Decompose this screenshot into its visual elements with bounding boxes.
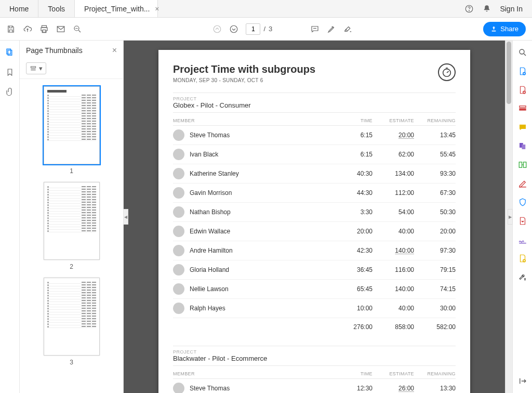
thumbnails-icon[interactable] bbox=[5, 48, 15, 57]
thumbnail[interactable]: 1 bbox=[44, 86, 100, 175]
share-button[interactable]: Share bbox=[483, 22, 526, 36]
avatar bbox=[173, 245, 184, 256]
thumbnail-image[interactable] bbox=[44, 278, 100, 356]
table-row: Ralph Hayes10:0040:0030:00 bbox=[173, 299, 456, 318]
avatar bbox=[173, 226, 184, 237]
sign-in-link[interactable]: Sign In bbox=[500, 5, 523, 13]
member-name: Nathan Bishop bbox=[190, 208, 231, 216]
mail-icon[interactable] bbox=[56, 24, 65, 34]
tab-home[interactable]: Home bbox=[0, 0, 38, 17]
thumbnail[interactable]: 3 bbox=[44, 278, 100, 366]
more-tools-icon[interactable] bbox=[518, 272, 527, 282]
thumbnails-title: Page Thumbnails bbox=[26, 46, 83, 55]
organize-icon[interactable] bbox=[518, 160, 527, 169]
bookmark-icon[interactable] bbox=[5, 68, 15, 77]
svg-point-23 bbox=[524, 280, 525, 281]
svg-rect-19 bbox=[519, 162, 522, 168]
page-up-icon[interactable] bbox=[212, 24, 222, 34]
thumbnail[interactable]: 2 bbox=[44, 182, 100, 270]
save-icon[interactable] bbox=[6, 24, 16, 34]
expand-rail-icon[interactable] bbox=[518, 376, 527, 386]
page-number-input[interactable] bbox=[246, 23, 260, 35]
attachment-icon[interactable] bbox=[5, 87, 15, 97]
search-tool-icon[interactable] bbox=[518, 48, 527, 57]
tab-document[interactable]: Project_Time_with... × bbox=[75, 0, 158, 17]
estimate-value: 140:00 bbox=[373, 280, 414, 299]
redact-icon[interactable] bbox=[518, 179, 527, 188]
col-time: TIME bbox=[331, 116, 373, 126]
time-value: 44:30 bbox=[331, 184, 373, 203]
member-name: Gavin Morrison bbox=[190, 189, 232, 197]
estimate-value: 134:00 bbox=[373, 164, 414, 184]
page-total: 3 bbox=[269, 25, 272, 33]
avatar bbox=[173, 149, 184, 160]
combine-icon[interactable] bbox=[518, 141, 527, 151]
total-time: 276:00 bbox=[331, 318, 373, 335]
remaining-value: 74:15 bbox=[414, 280, 456, 299]
table-row: Ivan Black6:1562:0055:45 bbox=[173, 145, 456, 164]
tab-tools[interactable]: Tools bbox=[38, 0, 75, 17]
thumbnail-image[interactable] bbox=[44, 86, 100, 164]
thumbnail-options-button[interactable]: ▾ bbox=[26, 62, 46, 74]
avatar bbox=[173, 206, 184, 218]
export-pdf-icon[interactable] bbox=[518, 67, 527, 76]
comment-icon[interactable] bbox=[310, 24, 320, 34]
time-value: 10:00 bbox=[331, 299, 373, 318]
remaining-value: 67:30 bbox=[414, 184, 456, 203]
share-label: Share bbox=[500, 25, 518, 33]
bell-icon[interactable] bbox=[482, 4, 491, 14]
svg-rect-20 bbox=[523, 162, 526, 168]
help-icon[interactable] bbox=[464, 4, 474, 14]
send-icon[interactable] bbox=[518, 254, 527, 263]
table-row: Gavin Morrison44:30112:0067:30 bbox=[173, 184, 456, 203]
member-name: Ivan Black bbox=[190, 151, 218, 158]
highlight-icon[interactable] bbox=[327, 24, 336, 34]
member-name: Katherine Stanley bbox=[190, 170, 239, 177]
time-value: 20:00 bbox=[331, 222, 373, 241]
collapse-right-icon[interactable]: ▶ bbox=[508, 209, 513, 225]
document-viewport[interactable]: ◀ Project Time with subgroups MONDAY, SE… bbox=[124, 41, 505, 393]
col-estimate: ESTIMATE bbox=[373, 116, 414, 126]
remaining-value: 13:30 bbox=[414, 379, 456, 394]
page-down-icon[interactable] bbox=[229, 24, 238, 34]
cloud-upload-icon[interactable] bbox=[23, 24, 32, 34]
fill-sign-icon[interactable] bbox=[518, 235, 527, 244]
thumbnail-list[interactable]: 123 bbox=[20, 79, 123, 393]
svg-rect-18 bbox=[522, 145, 525, 149]
sign-icon[interactable] bbox=[343, 24, 353, 34]
print-icon[interactable] bbox=[39, 24, 49, 34]
edit-pdf-icon[interactable] bbox=[518, 104, 527, 113]
svg-rect-3 bbox=[43, 30, 46, 32]
zoom-out-icon[interactable] bbox=[73, 24, 82, 34]
svg-rect-16 bbox=[520, 109, 526, 110]
report-title: Project Time with subgroups bbox=[173, 63, 456, 75]
compress-icon[interactable] bbox=[518, 216, 527, 226]
col-remaining: REMAINING bbox=[414, 369, 456, 379]
svg-point-6 bbox=[214, 25, 221, 33]
thumbnail-image[interactable] bbox=[44, 182, 100, 260]
remaining-value: 55:45 bbox=[414, 145, 456, 164]
section-label: PROJECT bbox=[173, 346, 456, 355]
protect-icon[interactable] bbox=[518, 198, 527, 207]
close-panel-icon[interactable]: × bbox=[112, 46, 117, 55]
stopwatch-icon bbox=[438, 63, 456, 81]
collapse-left-icon[interactable]: ◀ bbox=[124, 209, 128, 225]
table-row: Steve Thomas6:1520:0013:45 bbox=[173, 126, 456, 145]
remaining-value: 20:00 bbox=[414, 222, 456, 241]
section-label: PROJECT bbox=[173, 93, 456, 101]
scrollbar-thumb[interactable] bbox=[507, 42, 511, 104]
close-tab-icon[interactable]: × bbox=[155, 5, 159, 13]
estimate-value: 40:00 bbox=[373, 299, 414, 318]
page-sep: / bbox=[263, 25, 265, 33]
thumbnails-panel: Page Thumbnails × ▾ 123 bbox=[20, 41, 124, 393]
table-row: Andre Hamilton42:30140:0097:30 bbox=[173, 241, 456, 260]
estimate-value: 54:00 bbox=[373, 203, 414, 222]
toolbar: / 3 Share bbox=[0, 18, 532, 41]
time-value: 40:30 bbox=[331, 164, 373, 184]
svg-rect-9 bbox=[8, 50, 12, 56]
svg-rect-8 bbox=[7, 49, 11, 54]
comment-tool-icon[interactable] bbox=[518, 123, 527, 132]
create-pdf-icon[interactable] bbox=[518, 85, 527, 95]
app-tabbar: Home Tools Project_Time_with... × Sign I… bbox=[0, 0, 532, 18]
estimate-value: 116:00 bbox=[373, 260, 414, 280]
